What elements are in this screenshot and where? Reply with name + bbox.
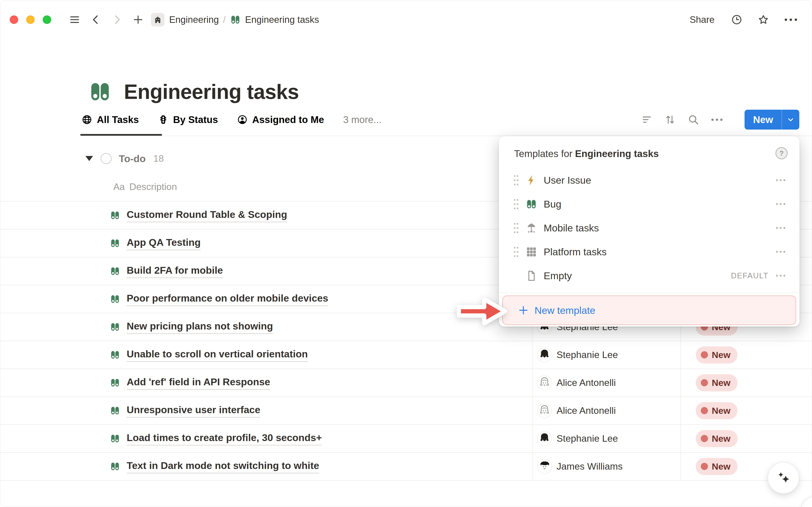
new-dropdown-button[interactable] xyxy=(782,110,799,129)
more-options-button[interactable]: ••• xyxy=(784,15,799,24)
column-header[interactable]: Aa Description xyxy=(113,179,177,195)
template-options-button[interactable]: ••• xyxy=(776,177,787,184)
binoculars-icon xyxy=(110,238,120,248)
assignee-cell[interactable]: Stephanie Lee xyxy=(538,341,618,369)
workspace-icon[interactable] xyxy=(151,13,165,26)
view-options-button[interactable]: ••• xyxy=(711,115,724,124)
binoculars-icon xyxy=(110,322,120,332)
template-item[interactable]: Empty DEFAULT ••• xyxy=(499,264,800,288)
table-row[interactable]: Unresponsive user interface Alice Antone… xyxy=(0,396,812,425)
task-title-link[interactable]: Load times to create profile, 30 seconds… xyxy=(127,432,322,446)
template-icon xyxy=(526,222,537,234)
drag-handle-icon[interactable] xyxy=(512,198,521,211)
table-row[interactable]: Load times to create profile, 30 seconds… xyxy=(0,425,812,452)
status-cell[interactable]: New xyxy=(696,341,738,369)
help-button[interactable]: ? xyxy=(775,147,788,159)
task-title-link[interactable]: Poor performance on older mobile devices xyxy=(127,292,328,306)
status-cell[interactable]: New xyxy=(696,425,738,452)
share-button[interactable]: Share xyxy=(688,14,716,25)
status-cell[interactable]: New xyxy=(696,369,738,396)
avatar xyxy=(538,348,551,362)
table-row[interactable]: Add 'ref' field in API Response Alice An… xyxy=(0,369,812,396)
group-header: To-do 18 xyxy=(86,148,164,169)
breadcrumb-workspace[interactable]: Engineering xyxy=(169,14,219,25)
status-badge: New xyxy=(696,402,738,419)
task-title-link[interactable]: App QA Testing xyxy=(127,236,201,250)
status-label: New xyxy=(712,405,730,416)
status-dot-icon xyxy=(701,435,708,442)
back-button[interactable] xyxy=(90,14,102,25)
task-title-cell: Poor performance on older mobile devices xyxy=(110,285,328,313)
status-badge: New xyxy=(696,430,738,447)
page-title: Engineering tasks xyxy=(124,80,299,104)
close-window-button[interactable] xyxy=(10,15,18,24)
assignee-cell[interactable]: Stephanie Lee xyxy=(538,425,618,452)
status-cell[interactable]: New xyxy=(696,397,738,425)
view-tab[interactable]: All Tasks xyxy=(80,114,140,125)
task-title-link[interactable]: New pricing plans not showing xyxy=(127,320,273,334)
collapse-triangle-icon[interactable] xyxy=(86,156,93,161)
task-title-link[interactable]: Customer Round Table & Scoping xyxy=(127,209,287,222)
favorite-button[interactable] xyxy=(758,14,769,25)
search-button[interactable] xyxy=(688,114,699,125)
task-title-cell: Build 2FA for mobile xyxy=(110,258,223,285)
template-item[interactable]: Platform tasks ••• xyxy=(499,240,800,264)
zoom-window-button[interactable] xyxy=(43,15,51,24)
drag-handle-icon[interactable] xyxy=(512,245,521,259)
status-cell[interactable]: New xyxy=(696,453,738,480)
binoculars-icon xyxy=(110,461,120,472)
task-title-link[interactable]: Text in Dark mode not switching to white xyxy=(127,460,319,473)
view-tab[interactable]: By Status xyxy=(157,114,219,125)
sort-icon xyxy=(664,114,676,125)
ai-assistant-button[interactable] xyxy=(768,462,799,494)
new-page-button[interactable] xyxy=(132,14,144,25)
binoculars-icon xyxy=(230,14,241,25)
task-title-cell: Add 'ref' field in API Response xyxy=(110,369,270,396)
status-dot-icon xyxy=(701,379,708,386)
sort-button[interactable] xyxy=(664,114,676,125)
sidebar-menu-button[interactable] xyxy=(69,14,80,25)
updates-button[interactable] xyxy=(731,14,743,25)
template-options-button[interactable]: ••• xyxy=(776,272,787,279)
template-item[interactable]: User Issue ••• xyxy=(499,168,800,192)
binoculars-icon xyxy=(110,405,120,416)
drag-handle-icon[interactable] xyxy=(512,174,521,187)
template-options-button[interactable]: ••• xyxy=(776,201,787,208)
status-label: New xyxy=(712,434,730,444)
template-options-button[interactable]: ••• xyxy=(776,248,787,255)
template-item[interactable]: Bug ••• xyxy=(499,192,800,216)
templates-dropdown-title: Templates for Engineering tasks xyxy=(514,146,772,161)
template-label: Mobile tasks xyxy=(544,222,776,234)
table-row[interactable]: Text in Dark mode not switching to white… xyxy=(0,452,812,480)
template-options-button[interactable]: ••• xyxy=(776,224,787,231)
column-label: Description xyxy=(129,181,177,192)
assignee-cell[interactable]: Alice Antonelli xyxy=(538,397,616,425)
task-title-cell: New pricing plans not showing xyxy=(110,313,273,341)
task-title-link[interactable]: Unresponsive user interface xyxy=(127,404,260,417)
drag-handle-icon[interactable] xyxy=(512,222,521,235)
more-views-button[interactable]: 3 more... xyxy=(342,114,383,125)
forward-button[interactable] xyxy=(111,14,123,25)
filter-button[interactable] xyxy=(641,114,653,125)
table-row[interactable]: Unable to scroll on vertical orientation… xyxy=(0,341,812,369)
assignee-name: Alice Antonelli xyxy=(556,377,616,388)
assignee-cell[interactable]: Alice Antonelli xyxy=(538,369,616,396)
assignee-cell[interactable]: James Williams xyxy=(538,453,623,480)
minimize-window-button[interactable] xyxy=(26,15,35,24)
task-title-link[interactable]: Add 'ref' field in API Response xyxy=(127,376,270,390)
task-title-link[interactable]: Unable to scroll on vertical orientation xyxy=(127,348,308,362)
task-title-link[interactable]: Build 2FA for mobile xyxy=(127,264,223,278)
breadcrumb-page[interactable]: Engineering tasks xyxy=(245,14,319,25)
new-button[interactable]: New xyxy=(745,110,781,129)
template-icon xyxy=(526,270,537,282)
menu-divider xyxy=(499,292,800,293)
view-tab-label: All Tasks xyxy=(97,114,139,125)
template-label: Bug xyxy=(544,198,776,210)
corner-floating-button[interactable] xyxy=(801,496,812,507)
template-list: User Issue ••• Bug ••• Mobile tasks ••• xyxy=(499,168,800,288)
template-icon xyxy=(526,174,537,186)
view-tab[interactable]: Assigned to Me xyxy=(236,114,325,125)
new-template-button[interactable]: New template xyxy=(502,295,796,325)
template-item[interactable]: Mobile tasks ••• xyxy=(499,216,800,240)
group-name[interactable]: To-do xyxy=(119,153,146,164)
